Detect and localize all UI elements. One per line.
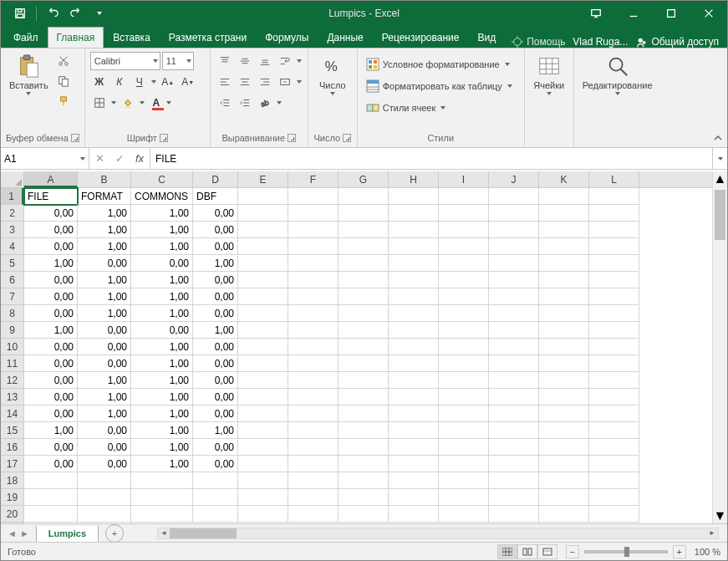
cell[interactable] bbox=[131, 489, 193, 506]
cell[interactable] bbox=[339, 506, 389, 523]
cell[interactable]: 0,00 bbox=[24, 339, 78, 355]
cell[interactable] bbox=[539, 439, 589, 456]
cell[interactable] bbox=[539, 456, 589, 472]
column-header[interactable]: H bbox=[389, 171, 439, 187]
maximize-button[interactable] bbox=[652, 1, 690, 26]
cell[interactable]: 0,00 bbox=[78, 439, 131, 456]
cell[interactable]: 0,00 bbox=[78, 456, 131, 472]
cell[interactable] bbox=[389, 272, 439, 288]
align-center-button[interactable] bbox=[236, 73, 254, 91]
insert-function-button[interactable]: fx bbox=[130, 148, 150, 170]
cell[interactable]: 1,00 bbox=[78, 288, 131, 305]
cell[interactable] bbox=[589, 339, 639, 355]
cells-button[interactable]: Ячейки bbox=[530, 52, 568, 97]
cell[interactable] bbox=[389, 439, 439, 456]
cell[interactable] bbox=[288, 322, 339, 339]
cell[interactable] bbox=[539, 339, 589, 355]
cancel-formula-button[interactable]: ✕ bbox=[89, 148, 109, 170]
cell[interactable]: 0,00 bbox=[193, 272, 238, 288]
cell[interactable]: 0,00 bbox=[24, 355, 78, 372]
formula-input[interactable] bbox=[155, 153, 707, 165]
cell[interactable]: 0,00 bbox=[131, 322, 193, 339]
cell[interactable] bbox=[589, 422, 639, 439]
cell[interactable] bbox=[238, 456, 288, 472]
cell[interactable] bbox=[489, 439, 539, 456]
cell[interactable]: 0,00 bbox=[193, 205, 238, 222]
column-header[interactable]: F bbox=[288, 171, 339, 187]
cell[interactable] bbox=[389, 255, 439, 272]
cell[interactable] bbox=[288, 188, 339, 205]
cell[interactable] bbox=[24, 506, 78, 523]
cell[interactable] bbox=[589, 238, 639, 255]
cell[interactable]: 0,00 bbox=[24, 205, 78, 222]
cell[interactable] bbox=[489, 305, 539, 322]
cell[interactable]: 0,00 bbox=[24, 439, 78, 456]
row-header[interactable]: 11 bbox=[1, 355, 23, 372]
expand-formula-bar-button[interactable] bbox=[712, 148, 727, 169]
cell[interactable] bbox=[193, 489, 238, 506]
cell[interactable] bbox=[288, 389, 339, 405]
qat-customize[interactable] bbox=[89, 3, 110, 24]
cell[interactable] bbox=[238, 439, 288, 456]
cell[interactable]: 0,00 bbox=[24, 272, 78, 288]
clipboard-launcher[interactable] bbox=[71, 134, 79, 142]
cell[interactable] bbox=[439, 288, 489, 305]
cell[interactable] bbox=[539, 422, 589, 439]
cell[interactable] bbox=[439, 305, 489, 322]
cell[interactable]: 0,00 bbox=[193, 305, 238, 322]
cell[interactable]: 0,00 bbox=[193, 222, 238, 238]
cell[interactable] bbox=[489, 372, 539, 389]
align-left-button[interactable] bbox=[216, 73, 234, 91]
font-size-combo[interactable]: 11 bbox=[162, 52, 194, 70]
cell[interactable] bbox=[339, 405, 389, 422]
border-dropdown[interactable] bbox=[110, 94, 117, 112]
close-button[interactable] bbox=[690, 1, 727, 26]
tell-me-box[interactable]: Помощь bbox=[505, 36, 572, 48]
merge-button[interactable] bbox=[276, 73, 294, 91]
cell[interactable] bbox=[489, 506, 539, 523]
cell[interactable] bbox=[589, 222, 639, 238]
cell[interactable] bbox=[288, 372, 339, 389]
cell[interactable]: 1,00 bbox=[78, 222, 131, 238]
cell[interactable] bbox=[489, 389, 539, 405]
cell[interactable]: 1,00 bbox=[193, 255, 238, 272]
cell[interactable] bbox=[389, 389, 439, 405]
cell[interactable] bbox=[589, 188, 639, 205]
cell[interactable] bbox=[389, 372, 439, 389]
cell[interactable] bbox=[489, 272, 539, 288]
cell[interactable] bbox=[193, 472, 238, 489]
column-header[interactable]: J bbox=[489, 171, 539, 187]
sheet-nav-prev[interactable]: ◄ bbox=[8, 528, 17, 538]
cell[interactable] bbox=[288, 405, 339, 422]
cut-button[interactable] bbox=[54, 52, 73, 70]
cell[interactable] bbox=[589, 322, 639, 339]
cell[interactable]: 0,00 bbox=[78, 422, 131, 439]
cell[interactable]: 1,00 bbox=[131, 339, 193, 355]
cell[interactable]: 1,00 bbox=[131, 238, 193, 255]
cell[interactable] bbox=[389, 205, 439, 222]
cell[interactable]: COMMONS bbox=[131, 188, 193, 205]
cell[interactable] bbox=[238, 288, 288, 305]
undo-button[interactable] bbox=[42, 3, 64, 24]
font-name-combo[interactable]: Calibri bbox=[90, 52, 160, 70]
cell[interactable] bbox=[288, 506, 339, 523]
cell[interactable] bbox=[539, 188, 589, 205]
account-name[interactable]: Vlad Ruga... bbox=[573, 36, 628, 48]
column-header[interactable]: D bbox=[193, 171, 238, 187]
tab-file[interactable]: Файл bbox=[4, 27, 48, 48]
cell[interactable] bbox=[439, 339, 489, 355]
cell[interactable]: 0,00 bbox=[24, 389, 78, 405]
cell[interactable] bbox=[238, 222, 288, 238]
cell[interactable]: 0,00 bbox=[24, 456, 78, 472]
cell[interactable]: 1,00 bbox=[78, 389, 131, 405]
cell[interactable]: 1,00 bbox=[131, 456, 193, 472]
row-header[interactable]: 14 bbox=[1, 405, 23, 422]
cell[interactable] bbox=[288, 238, 339, 255]
cell[interactable] bbox=[389, 322, 439, 339]
cell[interactable] bbox=[439, 272, 489, 288]
paste-button[interactable]: Вставить bbox=[6, 52, 52, 97]
cell[interactable]: 0,00 bbox=[193, 355, 238, 372]
cell[interactable] bbox=[439, 439, 489, 456]
cell[interactable] bbox=[339, 389, 389, 405]
cell[interactable] bbox=[539, 255, 589, 272]
